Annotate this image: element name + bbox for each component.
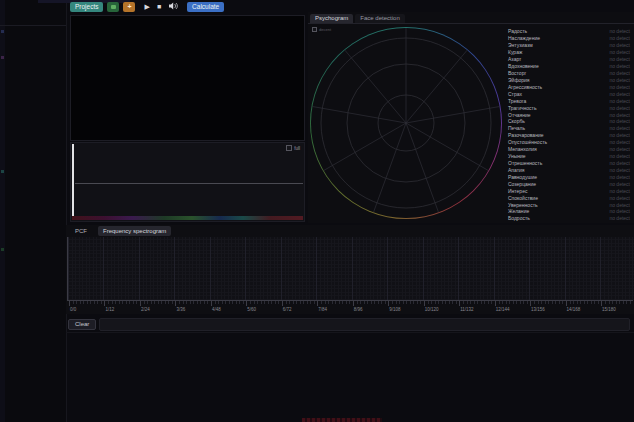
emotion-name: Уныние bbox=[508, 153, 526, 159]
emotion-row: Тревога no detect bbox=[508, 97, 630, 104]
emotion-row: Вдохновение no detect bbox=[508, 63, 630, 70]
tab-pcf[interactable]: PCF bbox=[70, 226, 92, 236]
emotion-value: no detect bbox=[609, 42, 630, 48]
volume-button[interactable] bbox=[168, 2, 178, 12]
emotion-name: Отчаяние bbox=[508, 112, 531, 118]
emotion-name: Разочарование bbox=[508, 132, 543, 138]
emotion-row: Созерцание no detect bbox=[508, 180, 630, 187]
emotion-name: Наслаждение bbox=[508, 35, 540, 41]
emotion-row: Меланхолия no detect bbox=[508, 146, 630, 153]
emotion-value: no detect bbox=[609, 125, 630, 131]
playhead-cursor[interactable] bbox=[72, 144, 74, 220]
edge-speck bbox=[1, 56, 4, 59]
emotion-row: Восторг no detect bbox=[508, 70, 630, 77]
emotion-row: Апатия no detect bbox=[508, 166, 630, 173]
emotion-row: Уверенность no detect bbox=[508, 201, 630, 208]
emotion-row: Интерес no detect bbox=[508, 187, 630, 194]
psychogram-tabbar: Psychogram Face detection bbox=[308, 12, 634, 24]
emotion-value: no detect bbox=[609, 160, 630, 166]
edge-speck bbox=[1, 30, 4, 33]
emotion-name: Радость bbox=[508, 28, 527, 34]
clear-button[interactable]: Clear bbox=[68, 319, 96, 330]
emotion-color-strip bbox=[72, 216, 303, 220]
tick-label: 15/180 bbox=[602, 307, 616, 312]
stop-button[interactable]: ■ bbox=[157, 2, 161, 12]
checkbox-icon[interactable] bbox=[286, 145, 292, 151]
tab-face-detection[interactable]: Face detection bbox=[355, 14, 404, 23]
emotion-name: Печаль bbox=[508, 125, 525, 131]
left-sidebar bbox=[0, 0, 67, 422]
transport-controls: ▶ ■ bbox=[144, 2, 178, 12]
tab-frequency-spectrogram[interactable]: Frequency spectrogram bbox=[98, 226, 171, 236]
emotion-row: Наслаждение no detect bbox=[508, 35, 630, 42]
calculate-button[interactable]: Calculate bbox=[187, 2, 224, 12]
psychogram-radar-chart bbox=[310, 27, 502, 219]
emotion-name: Опустошённость bbox=[508, 139, 547, 145]
tick-label: 5/60 bbox=[247, 307, 256, 312]
tick-label: 7/84 bbox=[318, 307, 327, 312]
emotion-value: no detect bbox=[609, 77, 630, 83]
emotion-name: Азарт bbox=[508, 56, 521, 62]
add-button[interactable]: + bbox=[123, 2, 135, 12]
play-button[interactable]: ▶ bbox=[144, 2, 149, 12]
emotion-row: Агрессивность no detect bbox=[508, 83, 630, 90]
tick-label: 12/144 bbox=[496, 307, 510, 312]
emotion-list: Радость no detect Наслаждение no detect … bbox=[508, 28, 630, 222]
projects-button[interactable]: Projects bbox=[70, 2, 103, 12]
tick-label: 13/156 bbox=[531, 307, 545, 312]
emotion-name: Интерес bbox=[508, 188, 527, 194]
tick-label: 8/96 bbox=[354, 307, 363, 312]
log-field[interactable] bbox=[99, 318, 630, 331]
emotion-value: no detect bbox=[609, 146, 630, 152]
emotion-row: Желание no detect bbox=[508, 208, 630, 215]
emotion-name: Трагичность bbox=[508, 105, 537, 111]
open-project-button[interactable] bbox=[107, 2, 119, 12]
emotion-name: Вдохновение bbox=[508, 63, 539, 69]
tick-label: 2/24 bbox=[141, 307, 150, 312]
emotion-value: no detect bbox=[609, 49, 630, 55]
spectrogram-grid[interactable] bbox=[67, 237, 634, 300]
edge-speck bbox=[1, 170, 4, 173]
emotion-value: no detect bbox=[609, 132, 630, 138]
waveform-display[interactable]: full bbox=[70, 142, 305, 222]
emotion-name: Созерцание bbox=[508, 181, 536, 187]
emotion-value: no detect bbox=[609, 215, 630, 221]
emotion-row: Уныние no detect bbox=[508, 153, 630, 160]
emotion-value: no detect bbox=[609, 70, 630, 76]
tab-psychogram[interactable]: Psychogram bbox=[310, 14, 353, 23]
emotion-value: no detect bbox=[609, 56, 630, 62]
emotion-value: no detect bbox=[609, 112, 630, 118]
emotion-row: Эйфория no detect bbox=[508, 76, 630, 83]
emotion-value: no detect bbox=[609, 153, 630, 159]
emotion-value: no detect bbox=[609, 105, 630, 111]
emotion-name: Скорбь bbox=[508, 118, 525, 124]
ruler-labels: 0/01/122/243/364/485/606/727/848/969/108… bbox=[67, 301, 633, 315]
waveform-zero-line bbox=[75, 183, 303, 184]
emotion-name: Бодрость bbox=[508, 215, 530, 221]
emotion-name: Равнодушие bbox=[508, 174, 537, 180]
emotion-name: Агрессивность bbox=[508, 84, 542, 90]
emotion-row: Бодрость no detect bbox=[508, 215, 630, 222]
tick-label: 1/12 bbox=[105, 307, 114, 312]
emotion-value: no detect bbox=[609, 195, 630, 201]
emotion-value: no detect bbox=[609, 98, 630, 104]
psychogram-panel: Psychogram Face detection decent bbox=[308, 12, 634, 223]
full-toggle[interactable]: full bbox=[286, 145, 300, 151]
emotion-row: Радость no detect bbox=[508, 28, 630, 35]
emotion-name: Желание bbox=[508, 208, 529, 214]
video-display bbox=[70, 15, 305, 141]
emotion-name: Эйфория bbox=[508, 77, 530, 83]
emotion-name: Кураж bbox=[508, 49, 522, 55]
emotion-name: Энтузиазм bbox=[508, 42, 533, 48]
emotion-row: Кураж no detect bbox=[508, 49, 630, 56]
spectrogram-panel: PCF Frequency spectrogram 0/01/122/243/3… bbox=[66, 225, 634, 314]
emotion-row: Энтузиазм no detect bbox=[508, 42, 630, 49]
emotion-name: Отрешенность bbox=[508, 160, 542, 166]
emotion-value: no detect bbox=[609, 118, 630, 124]
tick-label: 4/48 bbox=[212, 307, 221, 312]
folder-icon bbox=[111, 5, 116, 9]
emotion-name: Восторг bbox=[508, 70, 526, 76]
log-row: Clear bbox=[66, 317, 634, 333]
tick-label: 0/0 bbox=[70, 307, 76, 312]
emotion-value: no detect bbox=[609, 174, 630, 180]
